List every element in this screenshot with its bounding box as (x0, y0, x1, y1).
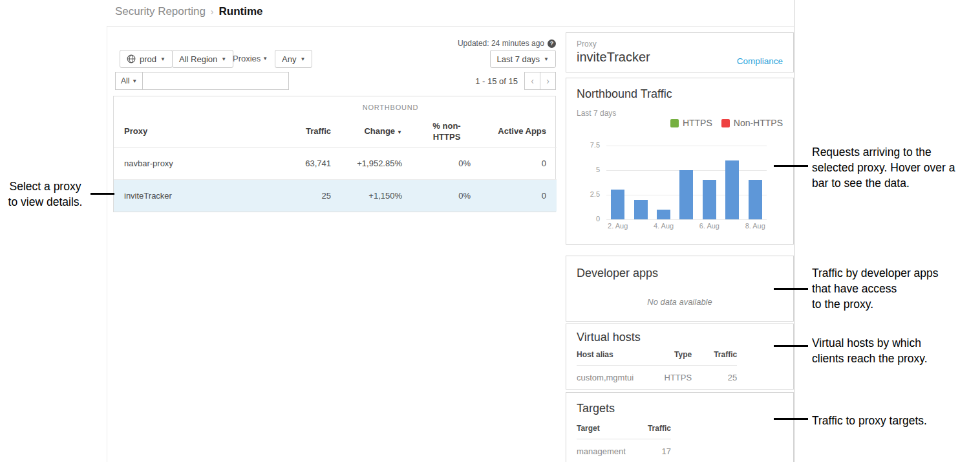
column-header-host-alias: Host alias (577, 350, 634, 366)
cell-proxy: navbar-proxy (114, 147, 275, 179)
x-axis-tick-label: 2. Aug (606, 222, 629, 230)
environment-label: prod (140, 54, 156, 64)
time-range-label: Last 7 days (497, 54, 540, 64)
any-filter-dropdown[interactable]: Any ▼ (275, 50, 312, 68)
traffic-bar-6-aug[interactable] (703, 180, 716, 219)
proxy-detail-header-card: Proxy inviteTracker Compliance (566, 32, 794, 72)
bar-slot (606, 146, 629, 219)
region-dropdown[interactable]: All Region ▼ (172, 50, 233, 68)
traffic-bar-2-aug[interactable] (611, 190, 624, 219)
search-scope-label: All (121, 76, 129, 85)
virtual-hosts-title: Virtual hosts (577, 331, 641, 344)
chevron-down-icon: ▼ (544, 56, 549, 62)
any-label: Any (282, 54, 296, 64)
table-header-row: ProxyTrafficChange▼% non- HTTPSActive Ap… (114, 116, 557, 147)
developer-apps-title: Developer apps (577, 267, 658, 280)
traffic-bar-3-aug[interactable] (634, 200, 648, 219)
proxy-row-navbar-proxy[interactable]: navbar-proxy63,741+1,952.85%0%0 (114, 147, 557, 179)
proxies-dropdown[interactable]: Proxies ▼ (233, 54, 268, 63)
column-header-non-https[interactable]: % non- HTTPS (412, 116, 481, 147)
proxy-label: Proxy (577, 39, 597, 49)
cell-target: management (577, 439, 626, 457)
targets-header-row: TargetTraffic (577, 424, 671, 439)
virtual-hosts-header-row: Host aliasTypeTraffic (577, 350, 737, 366)
cell-change: +1,150% (341, 179, 412, 212)
legend-item-https: HTTPS (670, 118, 712, 128)
chart-subtitle: Last 7 days (577, 109, 616, 118)
table-group-header-row: NORTHBOUND (114, 96, 555, 116)
y-axis-tick-label: 0 (571, 215, 600, 223)
region-label: All Region (179, 54, 217, 64)
targets-title: Targets (577, 402, 615, 415)
callout-line (774, 345, 808, 347)
legend-swatch-icon (721, 119, 730, 127)
cell-active-apps: 0 (481, 147, 557, 179)
column-header-active-apps[interactable]: Active Apps (481, 116, 557, 147)
cell-traffic: 25 (275, 179, 341, 212)
cell-type: HTTPS (634, 366, 692, 383)
breadcrumb-separator-icon: › (211, 6, 214, 17)
bar-slot (721, 146, 743, 219)
no-data-message: No data available (566, 297, 793, 307)
updated-status: Updated: 24 minutes ago ? (458, 39, 556, 48)
callout-line (774, 418, 808, 420)
proxy-table: NORTHBOUND ProxyTrafficChange▼% non- HTT… (113, 96, 556, 212)
callout-line (774, 165, 808, 167)
legend-label: HTTPS (683, 118, 712, 128)
selected-proxy-name: inviteTracker (577, 50, 650, 65)
cell-traffic: 25 (692, 366, 737, 383)
x-axis-tick-label: 8. Aug (744, 222, 767, 230)
bar-slot (698, 146, 721, 219)
chevron-down-icon: ▼ (160, 56, 165, 62)
annotation-targets: Traffic to proxy targets. (812, 413, 980, 428)
column-header-change[interactable]: Change▼ (341, 116, 412, 147)
help-icon[interactable]: ? (548, 39, 556, 48)
environment-dropdown[interactable]: prod ▼ (120, 50, 173, 68)
y-axis-tick-label: 5 (571, 166, 600, 173)
chart-legend: HTTPSNon-HTTPS (670, 118, 783, 128)
x-axis-tick-label (721, 222, 743, 230)
traffic-bar-8-aug[interactable] (749, 180, 762, 219)
next-page-button[interactable]: › (540, 72, 556, 90)
time-range-dropdown[interactable]: Last 7 days ▼ (490, 50, 556, 68)
globe-icon (127, 54, 136, 63)
traffic-bar-4-aug[interactable] (657, 210, 670, 219)
virtual-hosts-card: Virtual hosts Host aliasTypeTraffic cust… (566, 324, 794, 390)
search-scope-dropdown[interactable]: All ▼ (115, 72, 143, 90)
x-axis-tick-label: 6. Aug (698, 222, 721, 230)
proxy-row-invitetracker[interactable]: inviteTracker25+1,150%0%0 (114, 179, 557, 212)
x-axis-tick-label: 4. Aug (652, 222, 675, 230)
pagination: 1 - 15 of 15 ‹ › (475, 72, 556, 90)
callout-line (774, 288, 808, 290)
y-axis-tick-label: 7.5 (571, 141, 600, 149)
compliance-link[interactable]: Compliance (737, 56, 783, 66)
breadcrumb-section-link[interactable]: Security Reporting (115, 5, 206, 18)
column-header-traffic: Traffic (692, 350, 737, 366)
bar-slot (629, 146, 652, 219)
x-axis-tick-label (629, 222, 652, 230)
column-header-proxy[interactable]: Proxy (114, 116, 275, 147)
targets-card: Targets TargetTraffic management17 (566, 392, 794, 462)
traffic-bar-5-aug[interactable] (679, 170, 693, 219)
cell-active-apps: 0 (481, 179, 557, 212)
cell-non-https: 0% (412, 179, 481, 212)
cell-traffic: 17 (626, 439, 671, 457)
traffic-bar-7-aug[interactable] (725, 160, 739, 219)
legend-item-non-https: Non-HTTPS (721, 118, 783, 128)
breadcrumb: Security Reporting › Runtime (115, 5, 263, 18)
previous-page-button[interactable]: ‹ (524, 72, 540, 90)
callout-line (91, 193, 114, 195)
search-bar: All ▼ (115, 72, 289, 90)
column-header-target: Target (577, 424, 626, 439)
annotation-virtual-hosts: Virtual hosts by which clients reach the… (812, 335, 980, 366)
developer-apps-card: Developer apps No data available (566, 256, 794, 322)
column-header-traffic[interactable]: Traffic (275, 116, 341, 147)
northbound-traffic-card: Northbound Traffic Last 7 days HTTPSNon-… (566, 78, 794, 245)
legend-swatch-icon (670, 119, 679, 127)
annotation-developer-apps: Traffic by developer apps that have acce… (812, 265, 980, 312)
gridline (606, 219, 767, 220)
pagination-range: 1 - 15 of 15 (475, 76, 518, 86)
legend-label: Non-HTTPS (734, 118, 783, 128)
search-input[interactable] (142, 72, 289, 90)
table-row-custom-mgmtui: custom,mgmtuiHTTPS25 (577, 366, 737, 383)
